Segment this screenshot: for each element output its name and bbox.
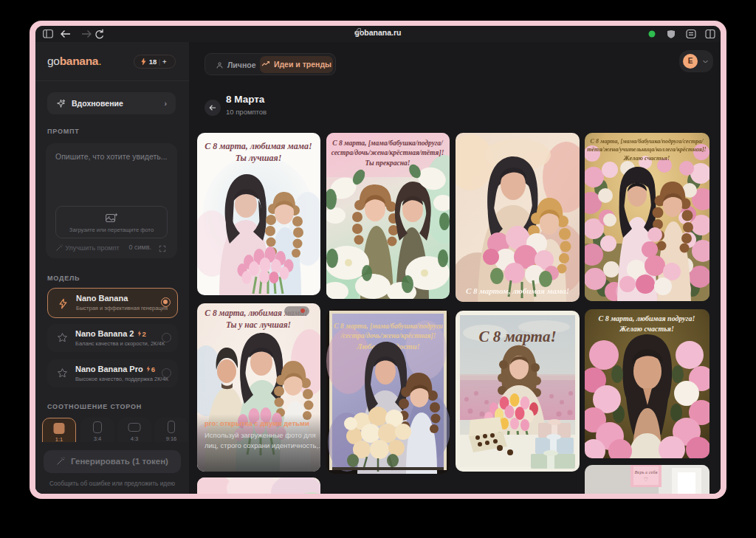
- svg-text:С 8 марта, [мама/бабушка/подру: С 8 марта, [мама/бабушка/подруга/: [332, 139, 444, 147]
- svg-text:/сестра/дочь/жена/крёстная]!: /сестра/дочь/жена/крёстная]!: [340, 332, 436, 339]
- svg-text:Ты прекрасна!: Ты прекрасна!: [365, 159, 410, 167]
- svg-text:С 8 марта, любимая мама!: С 8 марта, любимая мама!: [205, 141, 312, 151]
- svg-text:тётя/жена/учительница/коллега/: тётя/жена/учительница/коллега/крёстная]!: [587, 146, 706, 153]
- svg-text:Желаю счастья!: Желаю счастья!: [619, 325, 674, 333]
- svg-text:С 8 марта, [мама/бабушка/подру: С 8 марта, [мама/бабушка/подруга/сестра/: [591, 138, 704, 145]
- svg-text:♡: ♡: [644, 477, 648, 483]
- svg-text:лиц, строго сохрани идентичнос: лиц, строго сохрани идентичность,...: [205, 441, 320, 449]
- svg-text:С 8 марта, любимая подруга!: С 8 марта, любимая подруга!: [599, 314, 695, 323]
- svg-text:сестра/дочь/жена/крёстная/тётя: сестра/дочь/жена/крёстная/тётя]!: [331, 149, 444, 156]
- svg-text:pro: открытка с двумя детьми: pro: открытка с двумя детьми: [205, 419, 309, 427]
- svg-text:Желаю счастья!: Желаю счастья!: [623, 154, 670, 162]
- svg-text:С 8 марта, [мама/бабушка/подру: С 8 марта, [мама/бабушка/подруги: [334, 323, 442, 330]
- svg-text:С 8 мартом, любимая мама!: С 8 мартом, любимая мама!: [466, 286, 569, 295]
- svg-text:Ты у нас лучшая!: Ты у нас лучшая!: [226, 320, 291, 330]
- svg-text:Верь в себя: Верь в себя: [635, 469, 658, 475]
- svg-text:Используй загруженные фото для: Используй загруженные фото для: [205, 431, 316, 439]
- svg-text:С 8 марта!: С 8 марта!: [478, 328, 556, 345]
- svg-text:Ты лучшая!: Ты лучшая!: [236, 153, 282, 163]
